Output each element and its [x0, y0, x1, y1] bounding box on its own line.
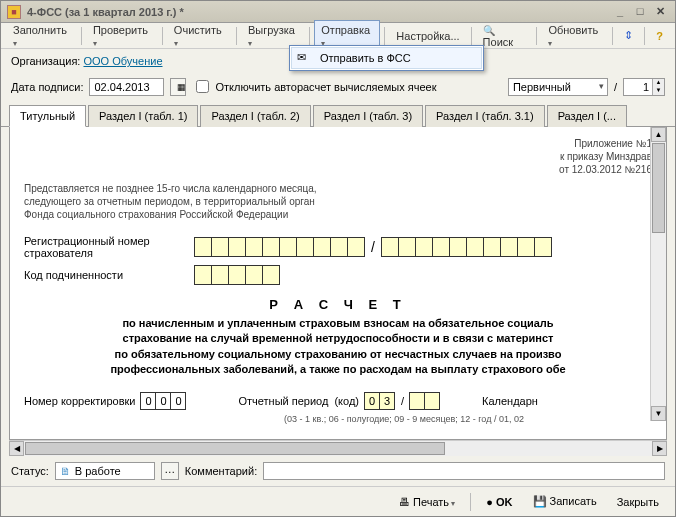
tab-section1-t1[interactable]: Раздел I (табл. 1)	[88, 105, 198, 127]
form-desc: по начисленным и уплаченным страховым вз…	[24, 316, 652, 378]
print-button[interactable]: Печать	[391, 493, 463, 511]
bottom-bar: Печать ● OK 💾 Записать Закрыть	[1, 486, 675, 516]
scroll-left-icon[interactable]: ◀	[9, 441, 24, 456]
scroll-right-icon[interactable]: ▶	[652, 441, 667, 456]
minimize-button[interactable]: _	[611, 4, 629, 20]
date-picker-button[interactable]: ▦	[170, 78, 186, 96]
num-value: 1	[624, 81, 652, 93]
intro-block: Представляется не позднее 15-го числа ка…	[24, 182, 652, 221]
tab-section1-t31[interactable]: Раздел I (табл. 3.1)	[425, 105, 545, 127]
comment-label: Комментарий:	[185, 465, 257, 477]
send-fss-item[interactable]: ✉ Отправить в ФСС	[291, 47, 482, 69]
status-picker-button[interactable]: …	[161, 462, 179, 480]
regnum-row: Регистрационный номер страхователя /	[24, 235, 652, 259]
tabs: Титульный Раздел I (табл. 1) Раздел I (т…	[1, 104, 675, 127]
regnum-cells-2[interactable]	[381, 237, 552, 257]
period-cells[interactable]: 0 3	[365, 392, 395, 410]
clear-button[interactable]: Очистить	[167, 20, 232, 52]
type-value: Первичный	[513, 81, 571, 93]
close-button[interactable]: ✕	[651, 4, 669, 20]
calendar-label: Календарн	[482, 395, 538, 407]
period-hint: (03 - 1 кв.; 06 - полугодие; 09 - 9 меся…	[284, 414, 652, 424]
org-link[interactable]: ООО Обучение	[83, 55, 162, 67]
status-input[interactable]: 🗎 В работе	[55, 462, 155, 480]
intro-line3: Фонда социального страхования Российской…	[24, 208, 652, 221]
slash-label: /	[614, 81, 617, 93]
annex-line3: от 12.03.2012 №216	[24, 163, 652, 176]
autorecalc-label: Отключить авторасчет вычисляемых ячеек	[215, 81, 436, 93]
num-spinner[interactable]: 1 ▲ ▼	[623, 78, 665, 96]
tab-section1-t2[interactable]: Раздел I (табл. 2)	[200, 105, 310, 127]
scroll-thumb-h[interactable]	[25, 442, 445, 455]
close-window-button[interactable]: Закрыть	[609, 493, 667, 511]
form-area: Приложение №1 к приказу Минздрав от 12.0…	[9, 127, 667, 440]
autorecalc-checkbox[interactable]: Отключить авторасчет вычисляемых ячеек	[192, 77, 436, 96]
send-fss-label: Отправить в ФСС	[320, 52, 411, 64]
org-label: Организация:	[11, 55, 80, 67]
maximize-button[interactable]: □	[631, 4, 649, 20]
help-icon[interactable]: ?	[649, 26, 670, 46]
annex-line1: Приложение №1	[24, 137, 652, 150]
period-extra-cells[interactable]	[410, 392, 440, 410]
regnum-label: Регистрационный номер страхователя	[24, 235, 194, 259]
subcode-label: Код подчиненности	[24, 269, 194, 281]
intro-line1: Представляется не позднее 15-го числа ка…	[24, 182, 652, 195]
tab-section1-more[interactable]: Раздел I (...	[547, 105, 627, 127]
status-value: В работе	[75, 465, 121, 477]
check-button[interactable]: Проверить	[86, 20, 158, 52]
refresh-button[interactable]: Обновить	[541, 20, 608, 52]
form-title: Р А С Ч Е Т	[24, 297, 652, 312]
type-select[interactable]: Первичный	[508, 78, 608, 96]
app-icon: ■	[7, 5, 21, 19]
tab-section1-t3[interactable]: Раздел I (табл. 3)	[313, 105, 423, 127]
send-dropdown: ✉ Отправить в ФСС	[289, 45, 484, 71]
scroll-down-icon[interactable]: ▼	[651, 406, 666, 421]
scrollbar-vertical[interactable]: ▲ ▼	[650, 127, 666, 421]
regnum-sep: /	[365, 239, 381, 255]
status-doc-icon: 🗎	[60, 465, 71, 477]
period-label: Отчетный период	[238, 395, 328, 407]
spin-down[interactable]: ▼	[652, 87, 664, 95]
period-slash: /	[401, 395, 404, 407]
annex-block: Приложение №1 к приказу Минздрав от 12.0…	[24, 137, 652, 176]
correction-label: Номер корректировки	[24, 395, 135, 407]
period-code-label: (код)	[334, 395, 359, 407]
save-button[interactable]: 💾 Записать	[525, 492, 605, 511]
correction-cells[interactable]: 0 0 0	[141, 392, 186, 410]
window-title: 4-ФСС (за 1 квартал 2013 г.) *	[27, 6, 609, 18]
scroll-up-icon[interactable]: ▲	[651, 127, 666, 142]
signdate-input[interactable]	[89, 78, 164, 96]
fill-button[interactable]: Заполнить	[6, 20, 77, 52]
comment-input[interactable]	[263, 462, 665, 480]
scroll-thumb-v[interactable]	[652, 143, 665, 233]
subcode-row: Код подчиненности	[24, 265, 652, 285]
up-icon[interactable]: ⇕	[617, 25, 640, 46]
subcode-cells[interactable]	[194, 265, 280, 285]
signdate-row: Дата подписи: ▦ Отключить авторасчет выч…	[1, 73, 675, 100]
correction-row: Номер корректировки 0 0 0 Отчетный перио…	[24, 392, 652, 410]
tab-title-page[interactable]: Титульный	[9, 105, 86, 127]
send-icon: ✉	[297, 51, 313, 65]
settings-button[interactable]: Настройка...	[389, 26, 466, 46]
scrollbar-horizontal[interactable]: ◀ ▶	[9, 440, 667, 456]
spin-up[interactable]: ▲	[652, 79, 664, 87]
status-row: Статус: 🗎 В работе … Комментарий:	[1, 456, 675, 486]
autorecalc-input[interactable]	[196, 80, 209, 93]
status-label: Статус:	[11, 465, 49, 477]
ok-button[interactable]: ● OK	[478, 493, 520, 511]
regnum-cells-1[interactable]	[194, 237, 365, 257]
search-button[interactable]: Поиск	[476, 20, 533, 52]
intro-line2: следующего за отчетным периодом, в терри…	[24, 195, 652, 208]
annex-line2: к приказу Минздрав	[24, 150, 652, 163]
signdate-label: Дата подписи:	[11, 81, 83, 93]
